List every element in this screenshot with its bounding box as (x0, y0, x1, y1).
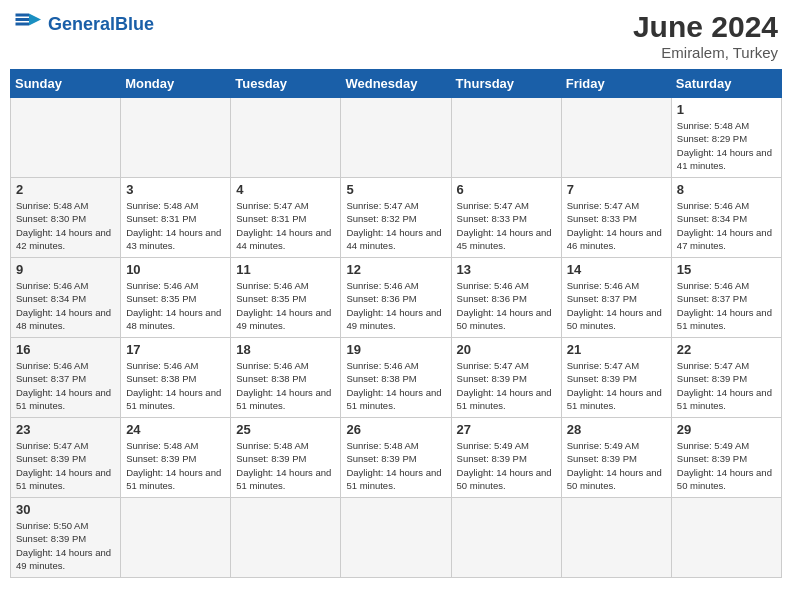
empty-cell (231, 498, 341, 578)
empty-cell (451, 498, 561, 578)
day-21: 21 Sunrise: 5:47 AM Sunset: 8:39 PM Dayl… (561, 338, 671, 418)
day-30: 30 Sunrise: 5:50 AM Sunset: 8:39 PM Dayl… (11, 498, 121, 578)
svg-rect-1 (16, 14, 30, 17)
svg-rect-3 (16, 23, 30, 26)
day-24: 24 Sunrise: 5:48 AM Sunset: 8:39 PM Dayl… (121, 418, 231, 498)
header-thursday: Thursday (451, 70, 561, 98)
empty-cell (451, 98, 561, 178)
day-13: 13 Sunrise: 5:46 AM Sunset: 8:36 PM Dayl… (451, 258, 561, 338)
day-2: 2 Sunrise: 5:48 AM Sunset: 8:30 PM Dayli… (11, 178, 121, 258)
logo: GeneralBlue (14, 10, 154, 38)
day-23: 23 Sunrise: 5:47 AM Sunset: 8:39 PM Dayl… (11, 418, 121, 498)
day-18: 18 Sunrise: 5:46 AM Sunset: 8:38 PM Dayl… (231, 338, 341, 418)
header-monday: Monday (121, 70, 231, 98)
day-27: 27 Sunrise: 5:49 AM Sunset: 8:39 PM Dayl… (451, 418, 561, 498)
empty-cell (11, 98, 121, 178)
day-6: 6 Sunrise: 5:47 AM Sunset: 8:33 PM Dayli… (451, 178, 561, 258)
day-5: 5 Sunrise: 5:47 AM Sunset: 8:32 PM Dayli… (341, 178, 451, 258)
empty-cell (121, 98, 231, 178)
title-area: June 2024 Emiralem, Turkey (633, 10, 778, 61)
weekday-header-row: Sunday Monday Tuesday Wednesday Thursday… (11, 70, 782, 98)
header-sunday: Sunday (11, 70, 121, 98)
day-26: 26 Sunrise: 5:48 AM Sunset: 8:39 PM Dayl… (341, 418, 451, 498)
header-wednesday: Wednesday (341, 70, 451, 98)
week-row-4: 16 Sunrise: 5:46 AM Sunset: 8:37 PM Dayl… (11, 338, 782, 418)
day-3: 3 Sunrise: 5:48 AM Sunset: 8:31 PM Dayli… (121, 178, 231, 258)
empty-cell (341, 98, 451, 178)
day-19: 19 Sunrise: 5:46 AM Sunset: 8:38 PM Dayl… (341, 338, 451, 418)
day-15: 15 Sunrise: 5:46 AM Sunset: 8:37 PM Dayl… (671, 258, 781, 338)
day-9: 9 Sunrise: 5:46 AM Sunset: 8:34 PM Dayli… (11, 258, 121, 338)
header-tuesday: Tuesday (231, 70, 341, 98)
empty-cell (341, 498, 451, 578)
day-8: 8 Sunrise: 5:46 AM Sunset: 8:34 PM Dayli… (671, 178, 781, 258)
logo-text: GeneralBlue (48, 14, 154, 35)
day-10: 10 Sunrise: 5:46 AM Sunset: 8:35 PM Dayl… (121, 258, 231, 338)
empty-cell (561, 498, 671, 578)
day-7: 7 Sunrise: 5:47 AM Sunset: 8:33 PM Dayli… (561, 178, 671, 258)
header-saturday: Saturday (671, 70, 781, 98)
calendar-table: Sunday Monday Tuesday Wednesday Thursday… (10, 69, 782, 578)
day-29: 29 Sunrise: 5:49 AM Sunset: 8:39 PM Dayl… (671, 418, 781, 498)
day-14: 14 Sunrise: 5:46 AM Sunset: 8:37 PM Dayl… (561, 258, 671, 338)
week-row-3: 9 Sunrise: 5:46 AM Sunset: 8:34 PM Dayli… (11, 258, 782, 338)
day-22: 22 Sunrise: 5:47 AM Sunset: 8:39 PM Dayl… (671, 338, 781, 418)
day-4: 4 Sunrise: 5:47 AM Sunset: 8:31 PM Dayli… (231, 178, 341, 258)
empty-cell (231, 98, 341, 178)
day-11: 11 Sunrise: 5:46 AM Sunset: 8:35 PM Dayl… (231, 258, 341, 338)
week-row-1: 1 Sunrise: 5:48 AM Sunset: 8:29 PM Dayli… (11, 98, 782, 178)
calendar-subtitle: Emiralem, Turkey (633, 44, 778, 61)
day-28: 28 Sunrise: 5:49 AM Sunset: 8:39 PM Dayl… (561, 418, 671, 498)
day-20: 20 Sunrise: 5:47 AM Sunset: 8:39 PM Dayl… (451, 338, 561, 418)
week-row-5: 23 Sunrise: 5:47 AM Sunset: 8:39 PM Dayl… (11, 418, 782, 498)
logo-icon (14, 10, 44, 38)
svg-rect-2 (16, 18, 30, 21)
week-row-6: 30 Sunrise: 5:50 AM Sunset: 8:39 PM Dayl… (11, 498, 782, 578)
day-16: 16 Sunrise: 5:46 AM Sunset: 8:37 PM Dayl… (11, 338, 121, 418)
page-header: GeneralBlue June 2024 Emiralem, Turkey (10, 10, 782, 61)
day-12: 12 Sunrise: 5:46 AM Sunset: 8:36 PM Dayl… (341, 258, 451, 338)
day-17: 17 Sunrise: 5:46 AM Sunset: 8:38 PM Dayl… (121, 338, 231, 418)
day-25: 25 Sunrise: 5:48 AM Sunset: 8:39 PM Dayl… (231, 418, 341, 498)
calendar-title: June 2024 (633, 10, 778, 44)
day-1: 1 Sunrise: 5:48 AM Sunset: 8:29 PM Dayli… (671, 98, 781, 178)
header-friday: Friday (561, 70, 671, 98)
empty-cell (561, 98, 671, 178)
week-row-2: 2 Sunrise: 5:48 AM Sunset: 8:30 PM Dayli… (11, 178, 782, 258)
empty-cell (121, 498, 231, 578)
empty-cell (671, 498, 781, 578)
